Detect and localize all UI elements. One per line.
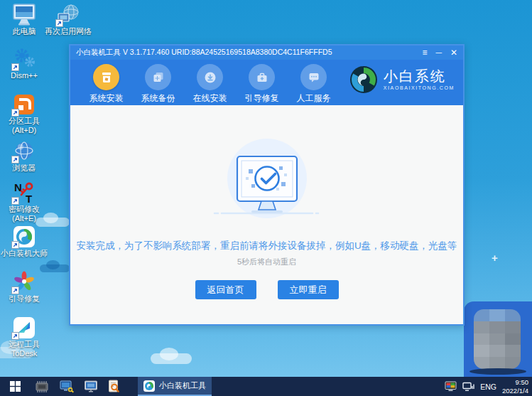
- start-button[interactable]: [0, 377, 30, 396]
- active-task-label: 小白装机工具: [159, 380, 206, 391]
- todesk-icon: [11, 316, 38, 340]
- manual-service-icon: [300, 64, 327, 90]
- minimize-icon[interactable]: ─: [435, 48, 442, 57]
- tab-online-install[interactable]: 在线安装: [184, 64, 236, 105]
- restart-now-button[interactable]: 立即重启: [278, 280, 339, 299]
- taskbar-item-chip-tool[interactable]: [34, 380, 50, 393]
- system-backup-icon: [145, 64, 171, 90]
- cloud: [151, 353, 192, 364]
- taskbar-item-password-tool[interactable]: [60, 380, 74, 393]
- shortcut-arrow-icon: [55, 19, 63, 27]
- desktop-icon-label: 远程工具: [9, 340, 40, 349]
- desktop-icon-password-change[interactable]: NT 密码修改 (Alt+E): [1, 181, 47, 223]
- clock[interactable]: 9:50 2022/1/4: [502, 378, 528, 395]
- windows-logo-icon: [10, 381, 21, 392]
- desktop-icon-label: 密码修改: [9, 205, 40, 214]
- svg-text:T: T: [26, 193, 32, 205]
- desktop-icon-label: 此电脑: [13, 27, 36, 36]
- network-globe-icon: [55, 3, 82, 27]
- document-magnifier-icon: [108, 380, 119, 393]
- tab-boot-repair[interactable]: 引导修复: [236, 64, 288, 105]
- cpu-chip-icon: [34, 380, 50, 393]
- brand-name: 小白系统: [384, 69, 455, 84]
- desktop-icon-label: Dism++: [11, 71, 38, 80]
- xiaobai-swirl-icon: [349, 65, 378, 94]
- tab-system-install[interactable]: 系统安装: [80, 64, 132, 105]
- window-content: 安装完成，为了不影响系统部署，重启前请将外接设备拔掉，例如U盘，移动硬盘，光盘等…: [70, 105, 463, 324]
- shortcut-arrow-icon: [11, 109, 19, 117]
- xiaobai-tool-window: 小白装机工具 V 3.1.717.460 URID:88A24525169518…: [69, 44, 465, 326]
- desktop-icon-browser[interactable]: 浏览器: [1, 139, 47, 173]
- desktop-icon-label: ToDesk: [11, 349, 38, 358]
- nt-password-key-icon: NT: [11, 181, 38, 205]
- this-pc-icon: [11, 3, 38, 27]
- boot-repair-icon: [249, 64, 275, 90]
- sparkle-decoration: +: [492, 252, 498, 264]
- xiaobai-logo-icon: [11, 225, 38, 249]
- gears-icon: [11, 47, 38, 71]
- brand-site: XIAOBAIXITONG.COM: [384, 85, 455, 90]
- close-icon[interactable]: ✕: [450, 48, 457, 57]
- desktop-icon-label: (Alt+E): [12, 214, 36, 223]
- monitor-key-icon: [60, 380, 74, 393]
- desktop-icon-todesk[interactable]: 远程工具 ToDesk: [1, 316, 47, 358]
- tab-label: 引导修复: [245, 92, 279, 105]
- xiaobai-app-icon: [143, 380, 155, 392]
- window-header: 系统安装 系统备份 在线安装 引导修复: [70, 60, 463, 105]
- shortcut-arrow-icon: [11, 241, 19, 249]
- tab-label: 在线安装: [193, 92, 227, 105]
- desktop-icon-label: 引导修复: [9, 294, 40, 304]
- clock-time: 9:50: [502, 378, 528, 386]
- online-install-icon: [197, 64, 223, 90]
- desktop-icon-label: (Alt+D): [12, 126, 37, 135]
- shortcut-arrow-icon: [11, 63, 19, 71]
- taskbar-active-task[interactable]: 小白装机工具: [138, 377, 212, 396]
- desktop-icon-label: 小白装机大师: [1, 249, 48, 258]
- partition-tool-icon: [11, 92, 38, 117]
- tab-label: 人工服务: [297, 92, 331, 105]
- taskbar-item-file-viewer[interactable]: [108, 380, 119, 393]
- desktop-icon-partition-tool[interactable]: 分区工具 (Alt+D): [1, 92, 47, 135]
- taskbar: 小白装机工具 ENG 9:50 2022/1/4: [0, 377, 532, 396]
- language-indicator[interactable]: ENG: [480, 382, 496, 391]
- desktop-icon-this-pc[interactable]: 此电脑: [1, 3, 47, 36]
- auto-restart-countdown: 5秒后将自动重启: [70, 257, 463, 267]
- pinwheel-icon: [11, 270, 38, 294]
- shortcut-arrow-icon: [11, 156, 19, 164]
- tab-system-backup[interactable]: 系统备份: [132, 64, 184, 105]
- window-titlebar[interactable]: 小白装机工具 V 3.1.717.460 URID:88A24525169518…: [70, 46, 463, 60]
- monitor-icon: [84, 380, 98, 393]
- censored-widget: [464, 301, 532, 377]
- desktop-icon-label: 再次启用网络: [45, 27, 92, 36]
- clock-date: 2022/1/4: [502, 387, 528, 395]
- shortcut-arrow-icon: [11, 332, 19, 340]
- return-home-button[interactable]: 返回首页: [195, 280, 256, 299]
- browser-globe-icon: [11, 139, 38, 164]
- install-complete-message: 安装完成，为了不影响系统部署，重启前请将外接设备拔掉，例如U盘，移动硬盘，光盘等: [70, 240, 463, 252]
- desktop: + 此电脑 再次启用网络 Dism++ 分区工具 (Alt+D): [0, 0, 532, 396]
- shortcut-arrow-icon: [11, 197, 19, 205]
- shortcut-arrow-icon: [11, 287, 19, 294]
- mosaic-shadow: [469, 368, 526, 375]
- tab-label: 系统备份: [141, 92, 175, 105]
- tab-manual-service[interactable]: 人工服务: [288, 64, 340, 105]
- desktop-icon-dism[interactable]: Dism++: [1, 47, 47, 80]
- brand-logo: 小白系统 XIAOBAIXITONG.COM: [349, 65, 455, 94]
- tray-display-color-icon[interactable]: [445, 381, 457, 392]
- menu-icon[interactable]: ≡: [422, 48, 427, 57]
- window-title: 小白装机工具 V 3.1.717.460 URID:88A24525169518…: [76, 48, 422, 58]
- desktop-icon-reenable-network[interactable]: 再次启用网络: [45, 3, 91, 36]
- install-complete-illustration: [206, 137, 328, 220]
- taskbar-item-pc-tool[interactable]: [84, 380, 98, 393]
- desktop-icon-boot-repair[interactable]: 引导修复: [1, 270, 47, 304]
- desktop-icon-label: 分区工具: [9, 117, 40, 126]
- system-install-icon: [93, 64, 119, 90]
- pixelated-mosaic: [474, 309, 521, 369]
- desktop-icon-label: 浏览器: [13, 164, 36, 173]
- desktop-icon-xiaobai-master[interactable]: 小白装机大师: [1, 225, 47, 258]
- tab-label: 系统安装: [89, 92, 124, 105]
- tray-network-icon[interactable]: [462, 382, 474, 392]
